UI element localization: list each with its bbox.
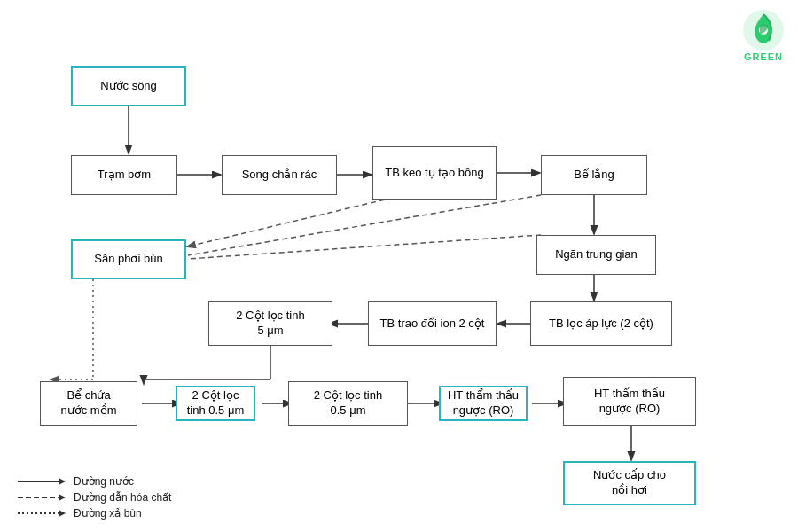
legend-solid: Đường nước bbox=[18, 475, 171, 488]
box-be-lang: Bể lắng bbox=[541, 155, 647, 195]
box-bom-cao-ap: HT thẩm thấu ngược (RO) bbox=[439, 386, 528, 421]
legend-solid-line bbox=[18, 476, 66, 487]
box-ht-tham-thau: HT thẩm thấungược (RO) bbox=[563, 377, 696, 426]
box-nuoc-song: Nước sông bbox=[71, 66, 186, 106]
diagram: Nước sông Trạm bơm Song chắn rác TB keo … bbox=[18, 18, 763, 488]
svg-marker-26 bbox=[59, 494, 66, 501]
svg-marker-28 bbox=[59, 510, 66, 517]
svg-line-19 bbox=[188, 195, 541, 255]
svg-marker-24 bbox=[59, 478, 66, 485]
legend: Đường nước Đường dẫn hóa chất Đường xả b… bbox=[18, 475, 171, 523]
svg-line-20 bbox=[188, 235, 541, 259]
box-song-chan-rac: Song chắn rác bbox=[222, 155, 337, 195]
box-tb-keo-tu: TB keo tụ tạo bông bbox=[372, 146, 497, 200]
legend-dashed: Đường dẫn hóa chất bbox=[18, 491, 171, 504]
legend-dotted-line bbox=[18, 508, 66, 519]
box-tram-bom: Trạm bơm bbox=[71, 155, 177, 195]
box-tb-loc-ap-luc: TB lọc áp lực (2 cột) bbox=[530, 301, 672, 346]
box-be-chua-nuoc: Bể chứanước mềm bbox=[40, 381, 137, 426]
box-ngan-trung-gian: Ngăn trung gian bbox=[536, 235, 656, 275]
box-san-phoi-bun: Sân phơi bùn bbox=[71, 239, 186, 279]
box-2-cot-loc-5: 2 Cột lọc tinh5 μm bbox=[208, 301, 332, 346]
box-tb-trao-doi-ion: TB trao đổi ion 2 cột bbox=[368, 301, 497, 346]
box-bom-cap: 2 Cột lọc tinh 0.5 μm bbox=[176, 386, 255, 421]
box-2-cot-loc-05: 2 Cột lọc tinh0.5 μm bbox=[288, 381, 408, 426]
box-nuoc-cap-noi-hoi: Nước cấp chonồi hơi bbox=[563, 461, 696, 505]
legend-dashed-line bbox=[18, 492, 66, 503]
legend-dotted: Đường xả bùn bbox=[18, 507, 171, 520]
